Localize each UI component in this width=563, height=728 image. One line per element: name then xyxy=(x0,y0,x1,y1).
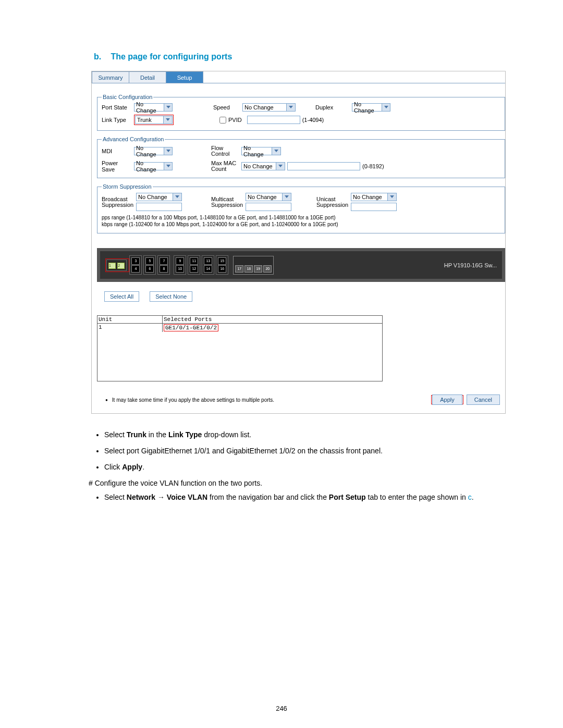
pvid-input[interactable] xyxy=(247,116,300,124)
broadcast-input[interactable] xyxy=(136,203,182,211)
power-select[interactable]: No Change xyxy=(134,162,173,170)
heading-letter: b. xyxy=(94,52,108,61)
advanced-config-fieldset: Advanced Configuration MDI No Change Flo… xyxy=(97,136,505,178)
port-13[interactable]: 13 xyxy=(204,257,212,265)
unicast-select[interactable]: No Change xyxy=(351,193,397,201)
duplex-label: Duplex xyxy=(315,104,338,110)
instruction-block: Select Trunk in the Link Type drop-down … xyxy=(94,429,506,503)
bullet-icon: ● xyxy=(105,398,108,402)
storm-info2: kbps range (1-102400 for a 100 Mbps port… xyxy=(102,221,500,228)
port-2[interactable]: 2 xyxy=(117,263,125,269)
tab-setup[interactable]: Setup xyxy=(166,71,203,83)
multicast-label: Multicast Suppression xyxy=(211,196,246,208)
basic-config-fieldset: Basic Configuration Port State No Change… xyxy=(97,94,505,131)
multicast-input[interactable] xyxy=(246,203,291,211)
port-5[interactable]: 5 xyxy=(145,257,154,265)
tab-bar: Summary Detail Setup xyxy=(92,71,505,83)
basic-legend: Basic Configuration xyxy=(102,94,153,100)
pvid-hint: (1-4094) xyxy=(302,117,326,123)
chevron-down-icon xyxy=(387,193,396,201)
chevron-down-icon xyxy=(382,104,390,111)
heading-text: The page for configuring ports xyxy=(111,52,232,61)
tab-summary[interactable]: Summary xyxy=(92,71,129,83)
instruction-step-2: Select port GigabitEthernet 1/0/1 and Gi… xyxy=(104,446,506,456)
select-none-button[interactable]: Select None xyxy=(150,291,192,302)
section-heading: b. The page for configuring ports xyxy=(94,52,506,61)
page-number: 246 xyxy=(276,705,287,712)
link-type-highlight: Trunk xyxy=(134,115,174,125)
chevron-down-icon xyxy=(286,104,295,111)
port-10[interactable]: 10 xyxy=(176,265,184,273)
port-4[interactable]: 4 xyxy=(131,265,140,273)
port-7[interactable]: 7 xyxy=(160,257,168,265)
selected-ports-cell: GE1/0/1-GE1/0/2 xyxy=(163,324,382,332)
flow-label: Flow Control xyxy=(211,145,239,157)
chevron-down-icon xyxy=(276,163,285,170)
port-1[interactable]: 1 xyxy=(108,263,116,269)
flow-select[interactable]: No Change xyxy=(241,147,281,155)
instruction-step-3: Click Apply. xyxy=(104,462,506,473)
mac-hint: (0-8192) xyxy=(362,163,386,169)
link-type-select[interactable]: Trunk xyxy=(135,116,173,124)
instruction-step-4: Select Network → Voice VLAN from the nav… xyxy=(104,492,506,503)
port-8[interactable]: 8 xyxy=(160,265,168,273)
port-state-select[interactable]: No Change xyxy=(134,103,173,112)
selected-ports-highlight: 1 2 xyxy=(105,258,129,272)
instruction-step-1: Select Trunk in the Link Type drop-down … xyxy=(104,429,506,440)
unit-value: 1 xyxy=(97,324,163,332)
power-label: Power Save xyxy=(102,160,134,172)
mdi-select[interactable]: No Change xyxy=(134,147,173,155)
broadcast-label: Broadcast Suppression xyxy=(102,196,136,208)
vlan-config-text: # Configure the voice VLAN function on t… xyxy=(89,478,506,489)
selected-ports-value: GE1/0/1-GE1/0/2 xyxy=(164,324,218,331)
port-11[interactable]: 11 xyxy=(190,257,198,265)
link-type-label: Link Type xyxy=(102,117,134,123)
chevron-down-icon xyxy=(164,147,172,155)
port-16[interactable]: 16 xyxy=(218,265,226,273)
chevron-down-icon xyxy=(164,163,172,170)
storm-fieldset: Storm Suppression Broadcast Suppression … xyxy=(97,183,505,233)
speed-select[interactable]: No Change xyxy=(242,103,296,112)
port-3[interactable]: 3 xyxy=(131,257,140,265)
port-6[interactable]: 6 xyxy=(145,265,154,273)
apply-highlight: Apply xyxy=(431,395,463,404)
port-19[interactable]: 19 xyxy=(254,265,262,273)
mac-select[interactable]: No Change xyxy=(241,162,285,170)
pvid-checkbox-input[interactable] xyxy=(219,117,226,124)
port-state-label: Port State xyxy=(102,104,134,110)
cancel-button[interactable]: Cancel xyxy=(467,394,500,405)
speed-label: Speed xyxy=(213,104,236,110)
duplex-select[interactable]: No Change xyxy=(352,103,390,112)
port-18[interactable]: 18 xyxy=(244,265,253,273)
mac-input[interactable] xyxy=(287,162,360,170)
advanced-legend: Advanced Configuration xyxy=(102,136,165,142)
ui-screenshot: Summary Detail Setup Basic Configuration… xyxy=(91,71,506,414)
apply-warning: It may take some time if you apply the a… xyxy=(112,397,274,403)
chevron-down-icon xyxy=(173,193,181,201)
port-20[interactable]: 20 xyxy=(263,265,272,273)
mdi-label: MDI xyxy=(102,148,134,154)
chevron-down-icon xyxy=(272,147,280,155)
select-all-button[interactable]: Select All xyxy=(104,291,139,302)
chassis-model: HP V1910-16G Sw... xyxy=(444,262,497,268)
selected-ports-header: Selected Ports xyxy=(163,316,382,323)
mac-label: Max MAC Count xyxy=(211,161,239,172)
port-12[interactable]: 12 xyxy=(190,265,198,273)
port-14[interactable]: 14 xyxy=(204,265,212,273)
unit-header: Unit xyxy=(97,316,163,323)
selected-ports-table: Unit Selected Ports 1 GE1/0/1-GE1/0/2 xyxy=(97,315,383,381)
storm-info1: pps range (1-148810 for a 100 Mbps port,… xyxy=(102,214,500,221)
port-17[interactable]: 17 xyxy=(235,265,243,273)
port-9[interactable]: 9 xyxy=(176,257,184,265)
unicast-input[interactable] xyxy=(351,203,397,211)
chassis-panel: 1 2 34 56 78 xyxy=(97,248,505,282)
multicast-select[interactable]: No Change xyxy=(246,193,291,201)
storm-legend: Storm Suppression xyxy=(102,183,153,190)
port-15[interactable]: 15 xyxy=(218,257,226,265)
pvid-checkbox[interactable]: PVID xyxy=(219,117,242,124)
broadcast-select[interactable]: No Change xyxy=(136,193,182,201)
apply-button[interactable]: Apply xyxy=(432,394,462,405)
chevron-down-icon xyxy=(164,104,172,111)
tab-detail[interactable]: Detail xyxy=(129,71,166,83)
chevron-down-icon xyxy=(282,193,291,201)
